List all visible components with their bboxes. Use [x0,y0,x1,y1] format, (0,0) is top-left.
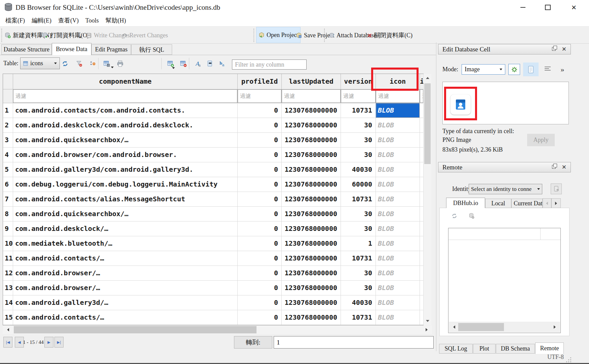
refresh-button[interactable] [61,59,69,68]
column-filter-input[interactable]: 過濾 [282,89,341,103]
panel-splitter[interactable] [436,42,436,351]
row-number[interactable]: 12 [3,266,13,281]
column-filter-input[interactable]: 過濾 [13,89,237,103]
window-resize-grip[interactable] [566,357,572,363]
cell-clipped[interactable] [420,221,423,236]
cell-icon-blob[interactable]: BLOB [376,148,420,162]
open-database-button[interactable]: 打開資料庫(O) [40,29,91,42]
bottom-tab-sql-log[interactable]: SQL Log [439,344,473,354]
cell-clipped[interactable] [420,192,423,207]
clear-filters-button[interactable] [75,59,83,68]
cell-profileid[interactable]: 0 [238,266,282,281]
cell-clipped[interactable] [420,281,423,295]
minimize-button[interactable] [516,1,530,13]
cell-lastupdated[interactable]: 1230768000000 [282,118,341,133]
goto-record-input[interactable] [274,336,434,349]
cell-componentname[interactable]: com.android.quicksearchbox/… [13,207,238,221]
cell-lastupdated[interactable]: 1230768000000 [282,177,341,192]
cell-icon-blob[interactable]: BLOB [376,162,420,177]
cell-icon-blob[interactable]: BLOB [376,310,420,325]
cell-profileid[interactable]: 0 [238,207,282,221]
remote-tabs-scroll-right[interactable] [551,198,561,208]
row-number[interactable]: 10 [3,236,13,251]
next-record-button[interactable]: ▶ [44,337,53,348]
cell-icon-blob[interactable]: BLOB [376,192,420,207]
remote-tabs-scroll-left[interactable] [543,198,551,208]
cell-clipped[interactable] [420,236,423,251]
first-record-button[interactable]: |◀ [3,337,12,348]
scroll-left-arrow[interactable] [451,322,458,332]
cell-version[interactable]: 10731 [341,192,376,207]
cell-componentname[interactable]: com.android.quicksearchbox/… [13,133,238,148]
row-number[interactable]: 9 [3,221,13,236]
float-panel-icon[interactable] [552,47,556,51]
column-header-version[interactable]: version [341,74,376,89]
cell-icon-blob[interactable]: BLOB [376,281,420,295]
close-database-button[interactable]: ✕ 關閉資料庫(C) [365,29,415,42]
cell-version[interactable]: 30 [341,281,376,295]
toolbar-grip[interactable] [253,29,254,42]
cell-lastupdated[interactable]: 1230768000000 [282,251,341,266]
column-filter-input[interactable]: 過濾 [420,89,423,103]
row-number[interactable]: 2 [3,118,13,133]
cell-version[interactable]: 30 [341,133,376,148]
toolbar-grip[interactable] [1,29,2,42]
tab-browse-data[interactable]: Browse Data [52,43,91,55]
menu-item-檔案-f[interactable]: 檔案(F) [2,15,28,26]
cell-icon-blob[interactable]: BLOB [376,133,420,148]
cell-lastupdated[interactable]: 1230768000000 [282,310,341,325]
row-number[interactable]: 3 [3,133,13,148]
cell-lastupdated[interactable]: 1230768000000 [282,266,341,281]
bottom-tab-db-schema[interactable]: DB Schema [496,344,535,354]
cell-componentname[interactable]: com.android.deskclock/… [13,221,238,236]
cell-profileid[interactable]: 0 [238,162,282,177]
cell-componentname[interactable]: com.android.contacts/alias.MessageShortc… [13,192,238,207]
column-header-icon[interactable]: icon [376,74,420,89]
cell-profileid[interactable]: 0 [238,192,282,207]
scroll-up-arrow[interactable] [424,74,431,82]
cell-clipped[interactable] [420,295,423,310]
print-button[interactable] [116,59,124,68]
insert-record-dropdown-caret[interactable] [172,67,175,69]
cell-profileid[interactable]: 0 [238,281,282,295]
cell-componentname[interactable]: com.android.contacts/com.android.contact… [13,103,238,118]
cell-lastupdated[interactable]: 1230768000000 [282,207,341,221]
cell-lastupdated[interactable]: 1230768000000 [282,281,341,295]
row-number[interactable]: 13 [3,281,13,295]
remote-list-scrollbar[interactable] [449,322,560,332]
column-header-lastupdated[interactable]: lastUpdated [282,74,341,89]
cell-componentname[interactable]: com.android.browser/… [13,281,238,295]
scroll-left-arrow[interactable] [3,325,13,334]
cell-clipped[interactable] [420,133,423,148]
revert-changes-button[interactable]: Revert Changes [120,29,170,42]
close-button[interactable]: ✕ [567,1,581,13]
last-record-button[interactable]: ▶| [54,337,64,348]
cell-componentname[interactable]: com.mediatek.bluetooth/… [13,236,238,251]
remote-tab-dbhub-io[interactable]: DBHub.io [446,198,485,208]
cell-profileid[interactable]: 0 [238,251,282,266]
row-number[interactable]: 1 [3,103,13,118]
close-panel-icon[interactable]: ✕ [562,162,566,172]
remote-tab-local[interactable]: Local [485,199,511,208]
insert-record-button[interactable] [166,59,175,68]
remote-refresh-button[interactable] [451,212,458,219]
cell-version[interactable]: 60000 [341,177,376,192]
cell-icon-blob-selected[interactable]: BLOB [376,103,420,118]
menu-item-幫助-h[interactable]: 幫助(H) [102,15,129,26]
goto-record-button[interactable]: 轉到: [234,336,272,349]
cell-icon-blob[interactable]: BLOB [376,295,420,310]
cell-clipped[interactable] [420,207,423,221]
previous-record-button[interactable]: ◀ [15,337,24,348]
cell-clipped[interactable] [420,177,423,192]
cell-profileid[interactable]: 0 [238,236,282,251]
text-format-button[interactable]: b a [218,59,227,68]
row-number[interactable]: 4 [3,148,13,162]
remote-tab-current-dat[interactable]: Current Dat [511,199,543,208]
cell-profileid[interactable]: 0 [238,133,282,148]
cell-icon-blob[interactable]: BLOB [376,266,420,281]
cell-version[interactable]: 10731 [341,251,376,266]
find-in-document-button[interactable] [206,59,214,68]
cell-componentname[interactable]: com.android.browser/com.android.browser. [13,148,238,162]
horizontal-scrollbar-thumb[interactable] [14,326,257,333]
cell-version[interactable]: 40030 [341,295,376,310]
